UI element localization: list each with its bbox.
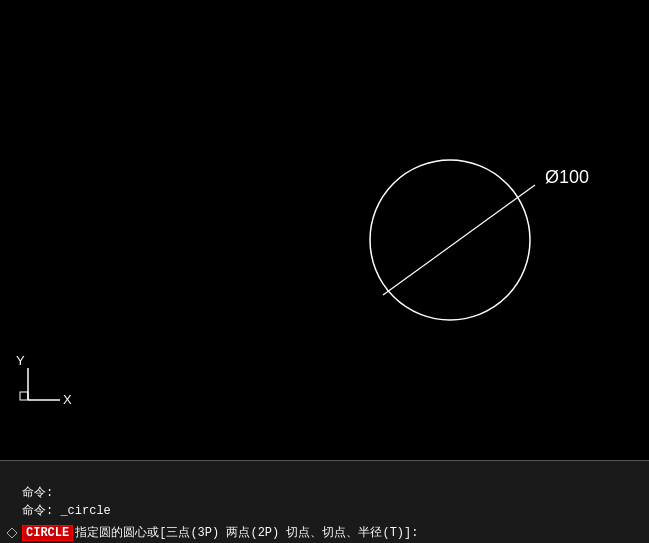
- svg-rect-0: [0, 0, 649, 460]
- command-history: 命令: 命令: _circle: [0, 461, 649, 522]
- command-prompt-row: CIRCLE 指定圆的圆心或 [三点(3P) 两点(2P) 切点、切点、半径(T…: [0, 522, 649, 543]
- command-line-1: 命令:: [22, 484, 643, 502]
- prompt-options-bracket: [三点(3P) 两点(2P) 切点、切点、半径(T)]:: [159, 524, 418, 541]
- svg-text:Y: Y: [16, 353, 25, 368]
- command-line-2: 命令: _circle: [22, 502, 643, 520]
- prompt-icon: [4, 525, 20, 541]
- diameter-label: Ø100: [545, 167, 589, 187]
- command-area: 命令: 命令: _circle CIRCLE 指定圆的圆心或 [三点(3P) 两…: [0, 460, 649, 543]
- prompt-center-text: 指定圆的圆心或: [75, 524, 159, 541]
- svg-text:X: X: [63, 392, 72, 407]
- circle-label: CIRCLE: [22, 525, 73, 541]
- svg-marker-6: [7, 528, 17, 538]
- cad-drawing: Ø100 Y X: [0, 0, 649, 460]
- cad-canvas[interactable]: Ø100 Y X: [0, 0, 649, 460]
